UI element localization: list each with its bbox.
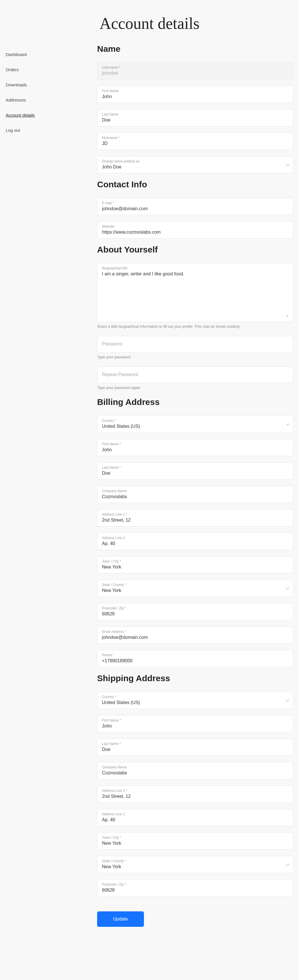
nickname-label: Nickname * — [102, 136, 288, 140]
section-title-name: Name — [97, 44, 293, 54]
shipping-city-label: Town / City * — [102, 835, 288, 840]
shipping-zip-field[interactable]: Postcode / Zip * — [97, 879, 293, 897]
billing-first-name-input[interactable] — [102, 447, 288, 452]
billing-phone-input[interactable] — [102, 658, 288, 663]
bio-helper: Share a little biographical information … — [97, 324, 293, 329]
last-name-field[interactable]: Last Name — [97, 109, 293, 126]
username-label: Username * — [102, 65, 288, 70]
shipping-addr2-input[interactable] — [102, 817, 288, 822]
password-helper: Type your password — [97, 355, 293, 359]
billing-first-name-field[interactable]: First Name * — [97, 439, 293, 456]
billing-city-input[interactable] — [102, 565, 288, 570]
password-input[interactable] — [102, 339, 288, 349]
billing-city-field[interactable]: Town / City * — [97, 556, 293, 573]
sidebar-item-downloads[interactable]: Downloads — [6, 77, 92, 92]
display-name-field[interactable]: Display name publicly as — [97, 156, 293, 173]
nickname-field[interactable]: Nickname * — [97, 133, 293, 150]
section-title-contact: Contact Info — [97, 180, 293, 189]
billing-addr1-field[interactable]: Address Line 1 * — [97, 509, 293, 527]
shipping-state-field[interactable]: State / County * — [97, 856, 293, 873]
repeat-password-helper: Type your password again — [97, 385, 293, 390]
shipping-company-field[interactable]: Company Name — [97, 762, 293, 779]
shipping-state-select[interactable] — [102, 864, 288, 869]
billing-email-field[interactable]: Email Address * — [97, 627, 293, 644]
section-title-shipping: Shipping Address — [97, 673, 293, 683]
billing-addr2-label: Address Line 2 — [102, 536, 288, 540]
billing-addr2-field[interactable]: Address Line 2 — [97, 533, 293, 550]
repeat-password-input[interactable] — [102, 370, 288, 379]
shipping-last-name-input[interactable] — [102, 747, 288, 752]
bio-field[interactable]: Biographical Info — [97, 263, 293, 322]
shipping-company-input[interactable] — [102, 770, 288, 776]
billing-state-label: State / County * — [102, 583, 288, 587]
shipping-first-name-input[interactable] — [102, 724, 288, 729]
billing-last-name-field[interactable]: Last Name * — [97, 462, 293, 480]
shipping-country-field[interactable]: Country * — [97, 692, 293, 709]
billing-zip-label: Postcode / Zip * — [102, 606, 288, 610]
last-name-input[interactable] — [102, 118, 288, 123]
section-title-about: About Yourself — [97, 245, 293, 255]
last-name-label: Last Name — [102, 112, 288, 116]
billing-addr2-input[interactable] — [102, 541, 288, 546]
bio-input[interactable] — [102, 271, 288, 317]
billing-country-label: Country * — [102, 418, 288, 423]
display-name-select[interactable] — [102, 164, 288, 170]
billing-last-name-input[interactable] — [102, 471, 288, 476]
shipping-addr1-input[interactable] — [102, 794, 288, 799]
update-button[interactable]: Update — [97, 912, 144, 927]
first-name-input[interactable] — [102, 94, 288, 99]
shipping-company-label: Company Name — [102, 765, 288, 769]
website-field[interactable]: Website — [97, 221, 293, 239]
first-name-label: First Name — [102, 89, 288, 93]
billing-city-label: Town / City * — [102, 559, 288, 563]
shipping-zip-label: Postcode / Zip * — [102, 883, 288, 886]
shipping-zip-input[interactable] — [102, 888, 288, 893]
username-input — [102, 71, 288, 76]
sidebar-item-addresses[interactable]: Addresses — [6, 92, 92, 108]
billing-phone-label: Phone * — [102, 653, 288, 657]
password-field[interactable] — [97, 336, 293, 353]
email-input[interactable] — [102, 206, 288, 211]
sidebar-item-orders[interactable]: Orders — [6, 62, 92, 77]
email-field[interactable]: E-mail * — [97, 198, 293, 215]
shipping-last-name-field[interactable]: Last Name * — [97, 739, 293, 756]
billing-company-label: Company Name — [102, 489, 288, 493]
nickname-input[interactable] — [102, 141, 288, 146]
shipping-addr2-field[interactable]: Address Line 2 — [97, 809, 293, 826]
billing-country-field[interactable]: Country * — [97, 415, 293, 433]
billing-first-name-label: First Name * — [102, 442, 288, 446]
shipping-first-name-label: First Name * — [102, 718, 288, 722]
sidebar-item-account-details[interactable]: Account details — [6, 108, 92, 123]
shipping-first-name-field[interactable]: First Name * — [97, 715, 293, 732]
shipping-state-label: State / County * — [102, 859, 288, 863]
billing-company-field[interactable]: Company Name — [97, 486, 293, 503]
sidebar: Dashboard Orders Downloads Addresses Acc… — [6, 44, 92, 927]
billing-email-input[interactable] — [102, 635, 288, 640]
first-name-field[interactable]: First Name — [97, 86, 293, 103]
shipping-addr1-field[interactable]: Address Line 1 * — [97, 786, 293, 803]
repeat-password-field[interactable] — [97, 367, 293, 383]
sidebar-item-dashboard[interactable]: Dashboard — [6, 47, 92, 62]
shipping-city-field[interactable]: Town / City * — [97, 832, 293, 850]
billing-phone-field[interactable]: Phone * — [97, 650, 293, 667]
shipping-addr1-label: Address Line 1 * — [102, 789, 288, 793]
billing-state-select[interactable] — [102, 588, 288, 593]
billing-state-field[interactable]: State / County * — [97, 580, 293, 597]
billing-zip-field[interactable]: Postcode / Zip * — [97, 603, 293, 620]
main-content: Name Username * First Name Last Name Nic… — [92, 44, 293, 927]
website-input[interactable] — [102, 230, 288, 235]
billing-last-name-label: Last Name * — [102, 466, 288, 469]
section-title-billing: Billing Address — [97, 397, 293, 407]
billing-email-label: Email Address * — [102, 630, 288, 634]
shipping-last-name-label: Last Name * — [102, 742, 288, 746]
shipping-country-select[interactable] — [102, 700, 288, 705]
page-title: Account details — [0, 0, 299, 44]
billing-zip-input[interactable] — [102, 611, 288, 617]
billing-addr1-input[interactable] — [102, 518, 288, 523]
billing-company-input[interactable] — [102, 494, 288, 499]
sidebar-item-logout[interactable]: Log out — [6, 123, 92, 138]
website-label: Website — [102, 224, 288, 229]
shipping-city-input[interactable] — [102, 841, 288, 846]
billing-country-select[interactable] — [102, 424, 288, 429]
layout: Dashboard Orders Downloads Addresses Acc… — [0, 44, 299, 944]
